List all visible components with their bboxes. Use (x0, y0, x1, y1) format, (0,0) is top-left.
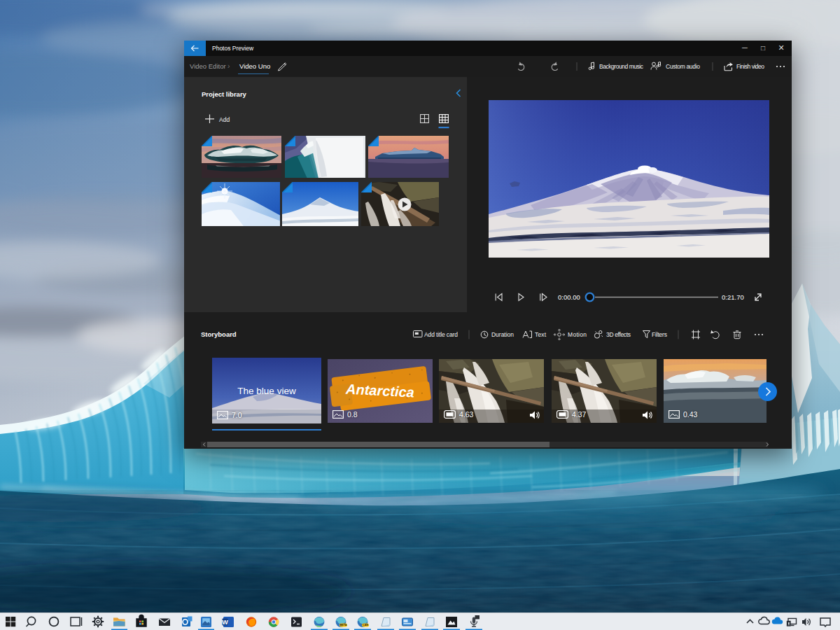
svg-text:W: W (222, 619, 228, 626)
svg-text:Add: Add (219, 116, 230, 123)
svg-text:Background music: Background music (599, 63, 644, 70)
svg-text:Motion: Motion (568, 331, 587, 338)
svg-text:0:21.70: 0:21.70 (722, 293, 744, 301)
svg-text:0:00.00: 0:00.00 (558, 293, 580, 301)
svg-text:3D effects: 3D effects (606, 331, 631, 338)
svg-text:Custom audio: Custom audio (666, 63, 700, 70)
svg-text:Finish video: Finish video (736, 63, 764, 70)
svg-text:Filters: Filters (652, 331, 667, 338)
svg-text:BETA: BETA (340, 624, 347, 626)
svg-text:CAN: CAN (363, 624, 368, 626)
svg-text:Add title card: Add title card (424, 331, 458, 338)
svg-text:Duration: Duration (491, 331, 514, 338)
svg-text:Text: Text (535, 331, 547, 338)
